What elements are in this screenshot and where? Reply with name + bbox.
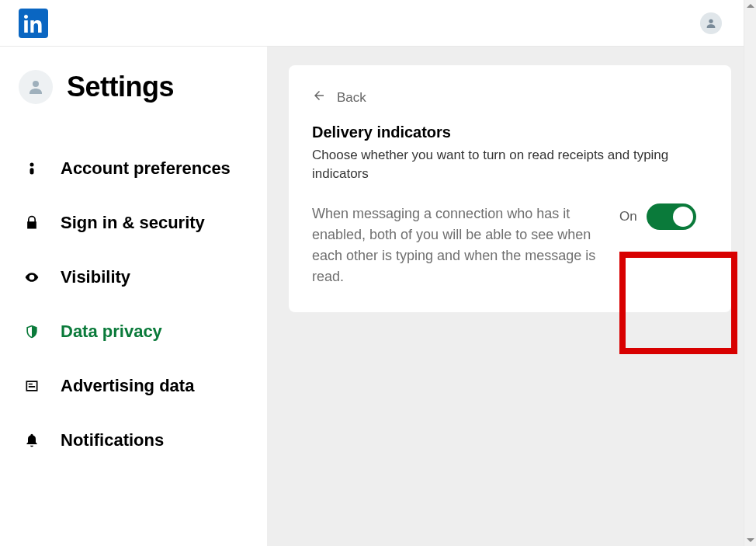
toggle-state-label: On [619,209,637,224]
sidebar-item-label: Account preferences [61,158,231,179]
topbar [0,0,756,47]
scroll-down-icon[interactable] [747,538,754,542]
sidebar-item-label: Visibility [61,267,130,287]
page-title: Settings [67,71,174,103]
toggle-area: On [615,203,701,230]
person-icon [23,160,40,177]
sidebar-item-privacy[interactable]: Data privacy [19,304,248,359]
sidebar-item-label: Notifications [61,430,164,450]
sidebar-item-account[interactable]: Account preferences [19,141,248,196]
back-button[interactable]: Back [312,89,708,106]
arrow-left-icon [312,89,326,106]
svg-point-2 [30,163,34,167]
settings-header: Settings [19,70,248,104]
sidebar: Settings Account preferences Sign in & s… [0,47,267,546]
profile-avatar[interactable] [700,12,722,34]
svg-point-1 [33,81,39,87]
shield-icon [23,323,40,340]
setting-detail: When messaging a connection who has it e… [312,203,599,287]
back-label: Back [337,90,366,106]
card-description: Choose whether you want to turn on read … [312,146,708,183]
scroll-up-icon[interactable] [747,4,754,8]
sidebar-item-label: Sign in & security [61,213,205,233]
card-title: Delivery indicators [312,123,708,141]
sidebar-item-ads[interactable]: Advertising data [19,359,248,413]
delivery-indicators-toggle[interactable] [647,203,696,230]
scrollbar[interactable] [744,0,756,546]
sidebar-item-security[interactable]: Sign in & security [19,196,248,250]
settings-card: Back Delivery indicators Choose whether … [289,65,731,312]
toggle-knob [673,207,693,227]
newspaper-icon [23,377,40,395]
setting-row: When messaging a connection who has it e… [312,203,708,287]
svg-point-0 [709,19,713,23]
lock-icon [23,214,40,231]
svg-rect-3 [30,168,34,174]
bell-icon [23,432,40,449]
sidebar-item-visibility[interactable]: Visibility [19,250,248,304]
eye-icon [23,269,40,286]
linkedin-logo[interactable] [19,9,48,38]
sidebar-item-label: Data privacy [61,322,162,342]
settings-avatar [19,70,53,104]
main-panel: Back Delivery indicators Choose whether … [267,47,756,546]
sidebar-item-notifications[interactable]: Notifications [19,413,248,468]
sidebar-item-label: Advertising data [61,376,194,396]
